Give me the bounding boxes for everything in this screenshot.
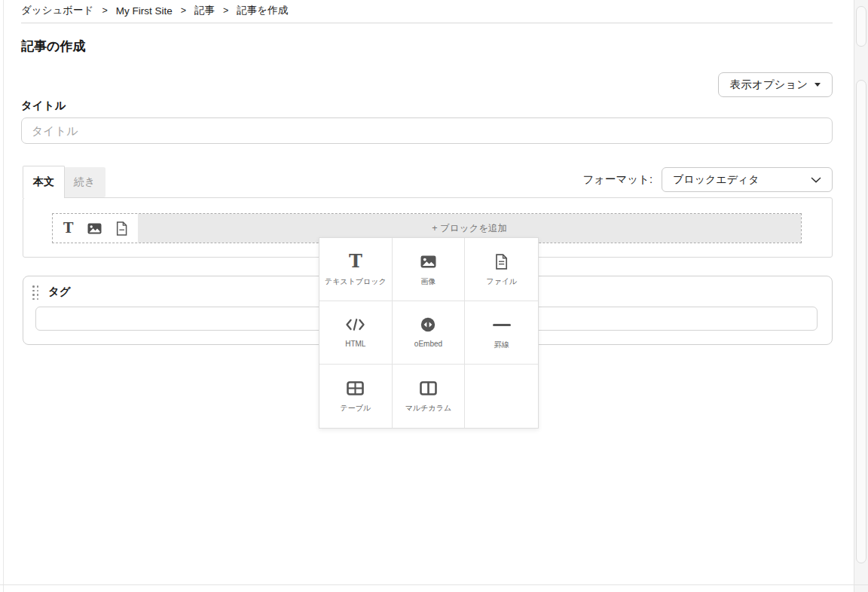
- content-left-border: [3, 0, 4, 592]
- horizontal-rule-icon: [493, 314, 511, 335]
- title-field-label: タイトル: [21, 99, 66, 113]
- add-block-label: + ブロックを追加: [432, 222, 507, 235]
- block-menu-item-label: テキストブロック: [325, 276, 387, 287]
- format-select[interactable]: ブロックエディタ: [662, 167, 833, 192]
- breadcrumb-entries[interactable]: 記事: [194, 4, 215, 17]
- breadcrumb-dashboard[interactable]: ダッシュボード: [21, 4, 93, 17]
- block-menu-item-label: HTML: [345, 340, 365, 348]
- block-menu-item-html[interactable]: HTML: [319, 301, 393, 365]
- tab-extended[interactable]: 続き: [63, 167, 105, 197]
- format-label: フォーマット:: [582, 172, 653, 187]
- block-menu-item-label: テーブル: [340, 403, 371, 413]
- scrollbar-track[interactable]: [854, 0, 868, 592]
- scrollbar-thumb[interactable]: [856, 80, 866, 563]
- create-entry-page: ダッシュボード > My First Site > 記事 > 記事を作成 記事の…: [0, 0, 868, 592]
- tab-body-label: 本文: [33, 175, 54, 189]
- html-icon: [345, 314, 365, 335]
- page-title: 記事の作成: [21, 38, 85, 55]
- scrollbar-thumb[interactable]: [856, 6, 866, 47]
- block-menu-item-oembed[interactable]: oEmbed: [393, 301, 466, 365]
- drag-handle-icon[interactable]: [31, 284, 41, 302]
- text-block-icon: T: [349, 251, 362, 272]
- block-menu-item-file[interactable]: ファイル: [465, 238, 538, 301]
- tab-extended-label: 続き: [74, 175, 95, 189]
- block-insert-menu: T テキストブロック 画像: [319, 237, 539, 429]
- breadcrumb-separator: >: [223, 5, 228, 16]
- page-bottom-divider: [0, 584, 868, 585]
- oembed-icon: [420, 314, 436, 335]
- breadcrumb-separator: >: [102, 5, 107, 16]
- block-menu-item-multi-column[interactable]: マルチカラム: [393, 365, 466, 428]
- block-menu-item-label: oEmbed: [414, 340, 442, 348]
- file-icon: [495, 251, 508, 272]
- tab-body[interactable]: 本文: [23, 166, 65, 198]
- display-options-label: 表示オプション: [730, 78, 808, 92]
- block-menu-item-label: 画像: [420, 276, 436, 287]
- format-row: フォーマット: ブロックエディタ: [582, 167, 833, 192]
- breadcrumb-separator: >: [181, 5, 186, 16]
- block-menu-cell-empty: [465, 365, 538, 428]
- block-toolbar-icons: T: [53, 214, 138, 243]
- title-input[interactable]: [21, 117, 833, 144]
- chevron-down-icon: [811, 177, 821, 183]
- breadcrumb-divider: [21, 23, 833, 23]
- tags-label: タグ: [48, 284, 71, 299]
- display-options-button[interactable]: 表示オプション: [718, 72, 833, 97]
- block-menu-item-label: ファイル: [486, 276, 517, 287]
- block-menu-item-text[interactable]: T テキストブロック: [319, 238, 393, 301]
- caret-down-icon: [815, 83, 821, 87]
- block-menu-item-label: 罫線: [494, 340, 509, 350]
- breadcrumb: ダッシュボード > My First Site > 記事 > 記事を作成: [21, 4, 288, 17]
- breadcrumb-site[interactable]: My First Site: [116, 5, 173, 17]
- block-menu-item-table[interactable]: テーブル: [319, 365, 393, 428]
- table-icon: [347, 377, 364, 398]
- block-menu-item-horizontal-rule[interactable]: 罫線: [465, 301, 538, 365]
- file-icon[interactable]: [116, 220, 127, 236]
- breadcrumb-current: 記事を作成: [237, 4, 288, 17]
- block-menu-item-label: マルチカラム: [405, 403, 451, 413]
- image-icon[interactable]: [87, 220, 102, 236]
- format-selected-value: ブロックエディタ: [673, 173, 760, 187]
- text-block-icon[interactable]: T: [63, 220, 73, 236]
- block-menu-item-image[interactable]: 画像: [393, 238, 466, 301]
- image-icon: [420, 251, 436, 272]
- multi-column-icon: [420, 377, 437, 398]
